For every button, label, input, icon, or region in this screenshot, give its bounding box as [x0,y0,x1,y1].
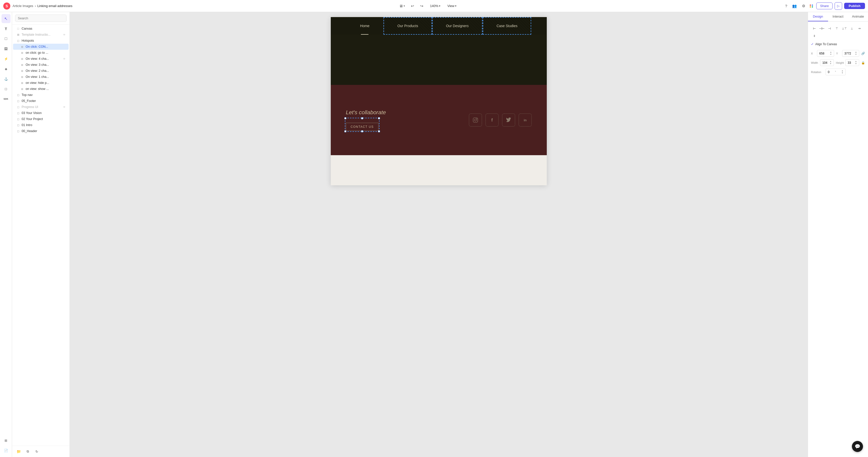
nav-item-designers[interactable]: Our Designers [432,17,483,35]
layer-item-onview-2[interactable]: ⊞ On view: 2 cha... [13,68,68,74]
layer-item-onview-show[interactable]: ⊞ on view: show ... [13,86,68,92]
layer-item-progress[interactable]: ◻ Progress UI 👁 [13,104,68,110]
tab-design[interactable]: Design [808,12,828,21]
layer-item-onclick-go[interactable]: ⊞ on click: go to ... [13,50,68,56]
nav-item-cases[interactable]: Case Studies [483,17,531,35]
x-up-arrow[interactable]: ▲ [830,51,832,53]
tab-animate[interactable]: Animate [848,12,868,21]
share-button[interactable]: Share [816,2,833,9]
nav-home-label: Home [360,24,369,28]
main-layout: ↖ T □ 🖼 ⚡ ◈ ⚓ { } SDK ⊞ 📄 □ Canvas ⊞ Tem… [0,12,868,457]
align-center-h-btn[interactable]: ⊣⊢ [818,25,825,32]
handle-tm[interactable] [361,117,363,119]
handle-tr[interactable] [378,117,380,119]
facebook-icon-btn[interactable]: f [486,113,499,127]
layer-item-onview-3[interactable]: ⊞ On view: 3 cha... [13,62,68,68]
y-down-arrow[interactable]: ▼ [855,54,857,56]
rotation-input[interactable]: 0 ° ▲ ▼ [826,69,846,75]
redo-btn[interactable]: ↪ [419,3,425,9]
rot-up-arrow[interactable]: ▲ [841,70,843,72]
layer-item-onview-hide[interactable]: ⊞ on view: hide p... [13,80,68,86]
linkedin-icon-btn[interactable]: in [519,113,532,127]
onview-hide-name: on view: hide p... [26,81,66,85]
settings-btn[interactable]: ⚙ [800,3,807,9]
w-up-arrow[interactable]: ▲ [830,61,832,63]
y-input[interactable]: 3772 ▲ ▼ [842,50,859,57]
undo-btn[interactable]: ↩ [409,3,416,9]
layer-item-canvas[interactable]: □ Canvas [13,26,68,32]
rotation-stepper[interactable]: ▲ ▼ [841,70,843,74]
sdk-tool-btn[interactable]: SDK [1,94,10,103]
tab-interact[interactable]: Interact [828,12,848,21]
h-up-arrow[interactable]: ▲ [855,61,857,63]
text-tool-btn[interactable]: T [1,24,10,33]
layer-item-01[interactable]: ◻ 01 Intro [13,122,68,128]
layer-item-template[interactable]: ⊞ Template Instructio... 👁 [13,32,68,38]
align-right-btn[interactable]: ⊣ [826,25,833,32]
refresh-btn[interactable]: ↻ [33,448,40,455]
h-down-arrow[interactable]: ▼ [855,63,857,65]
layer-item-onview-1[interactable]: ⊞ On view: 1 cha... [13,74,68,80]
align-top-btn[interactable]: ⊤ [834,25,840,32]
search-input[interactable] [15,14,67,22]
layer-item-hotspots[interactable]: ◻ Hotspots [13,38,68,44]
layer-item-footer[interactable]: ◻ 05_Footer [13,98,68,104]
onclick-con-name: On click: CON... [26,45,66,48]
height-input[interactable]: 33 ▲ ▼ [845,59,859,66]
collab-btn[interactable]: 👥 [790,3,799,9]
y-up-arrow[interactable]: ▲ [855,51,857,53]
pages-bottom-btn[interactable]: 📄 [1,446,10,455]
help-btn[interactable]: ? [784,3,788,9]
component-tool-btn[interactable]: ◈ [1,64,10,73]
zoom-btn[interactable]: 140% ▾ [428,3,442,9]
device-preview-btn[interactable]: 🖥 ▾ [398,3,406,9]
anchor-tool-btn[interactable]: ⚓ [1,74,10,84]
layer-item-onview-4[interactable]: ⊞ On view: 4 cha... 👁 [13,56,68,62]
hotspot-tool-btn[interactable]: ⚡ [1,54,10,63]
align-bottom-btn[interactable]: ⊥ [849,25,855,32]
xy-link-icon[interactable]: 🔗 [861,52,865,55]
03-icon: ◻ [16,111,20,115]
instagram-icon-btn[interactable] [469,113,482,127]
twitter-icon-btn[interactable] [502,113,515,127]
align-center-v-btn[interactable]: ⊥⊤ [841,25,848,32]
dist-v-btn[interactable]: ⇕ [811,33,817,39]
layer-item-03[interactable]: ◻ 03 Your Vision [13,110,68,116]
x-value: 658 [819,52,824,55]
width-input[interactable]: 104 ▲ ▼ [820,59,834,66]
height-stepper[interactable]: ▲ ▼ [855,61,857,65]
select-tool-btn[interactable]: ↖ [1,14,10,23]
rot-down-arrow[interactable]: ▼ [841,72,843,74]
image-tool-btn[interactable]: 🖼 [1,44,10,53]
layers-bottom-btn[interactable]: ⊞ [1,436,10,445]
y-stepper[interactable]: ▲ ▼ [855,51,857,56]
code-tool-btn[interactable]: { } [1,85,10,93]
publish-button[interactable]: Publish [844,3,865,9]
view-btn[interactable]: View ▾ [445,3,458,9]
right-tabs: Design Interact Animate [808,12,868,22]
wh-lock-icon[interactable]: 🔒 [861,61,865,65]
x-input[interactable]: 658 ▲ ▼ [817,50,834,57]
handle-tl[interactable] [344,117,346,119]
w-down-arrow[interactable]: ▼ [830,63,832,65]
chat-fab[interactable]: 💬 [852,441,863,452]
contact-us-btn[interactable]: CONTACT US [346,123,378,131]
breadcrumb-parent[interactable]: Article Images [12,4,33,8]
align-left-btn[interactable]: ⊢ [811,25,817,32]
x-down-arrow[interactable]: ▼ [830,54,832,56]
x-stepper[interactable]: ▲ ▼ [830,51,832,56]
shape-tool-btn[interactable]: □ [1,34,10,43]
dist-h-btn[interactable]: ⇔ [856,25,863,32]
preview-button[interactable]: ▷ [835,2,842,10]
layer-item-onclick-con[interactable]: ⊞ On click: CON... [13,44,68,50]
width-stepper[interactable]: ▲ ▼ [830,61,832,65]
nav-item-home[interactable]: Home [346,17,383,35]
duplicate-btn[interactable]: ⧉ [24,448,31,455]
layer-item-topnav[interactable]: ◻ Top nav [13,92,68,98]
nav-item-products[interactable]: Our Products [383,17,432,35]
add-folder-btn[interactable]: 📁 [15,448,22,455]
x-label: X [811,52,815,55]
layer-item-00[interactable]: ◻ 00_Header [13,128,68,134]
breadcrumb-current: Linking email addresses [37,4,72,8]
layer-item-02[interactable]: ◻ 02 Your Project [13,116,68,122]
